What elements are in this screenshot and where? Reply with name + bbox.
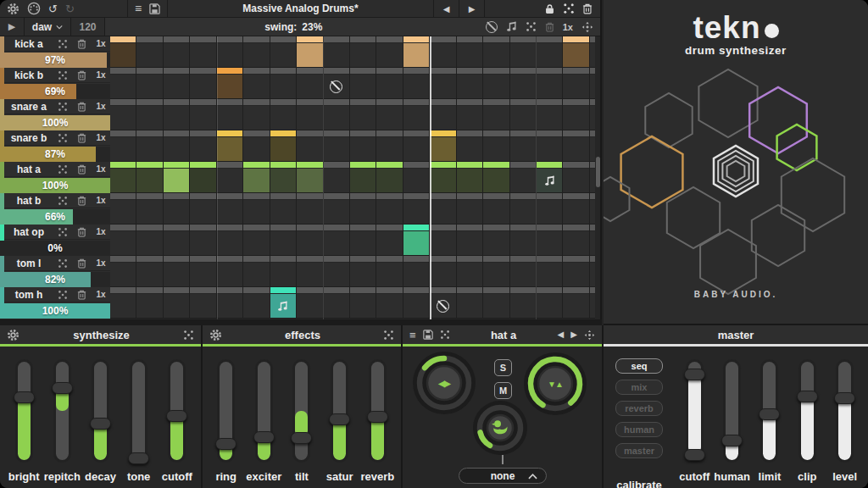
step[interactable] [324, 130, 350, 161]
step-cell[interactable] [164, 43, 189, 67]
step[interactable] [243, 99, 270, 130]
step-cell[interactable] [376, 106, 402, 130]
step[interactable] [350, 99, 376, 130]
step-cell[interactable] [430, 169, 455, 192]
step[interactable] [403, 162, 430, 192]
step-cell[interactable] [510, 106, 536, 130]
step-cell[interactable] [164, 200, 189, 224]
next-preset-button[interactable]: ▶ [459, 0, 484, 17]
step-cell[interactable] [136, 169, 162, 192]
step[interactable] [350, 193, 376, 224]
step-cell[interactable] [270, 106, 296, 130]
step[interactable] [270, 193, 297, 224]
step-cell[interactable] [270, 263, 296, 286]
step[interactable] [537, 162, 563, 192]
step-cell[interactable] [164, 169, 189, 192]
step[interactable] [350, 36, 376, 67]
step[interactable] [563, 36, 589, 67]
step[interactable] [510, 130, 537, 161]
step-cell[interactable] [243, 294, 269, 318]
step[interactable] [430, 68, 456, 98]
step-cell[interactable] [270, 43, 296, 67]
step-cell[interactable] [324, 106, 349, 130]
step-cell[interactable] [270, 75, 296, 98]
step-cell[interactable] [350, 106, 376, 130]
step[interactable] [243, 287, 270, 318]
step-cell[interactable] [217, 231, 242, 255]
step-cell[interactable] [563, 231, 588, 255]
step[interactable] [324, 68, 350, 98]
step-cell[interactable] [483, 106, 509, 130]
track-name[interactable]: kick b [4, 69, 53, 81]
step-cell[interactable] [190, 43, 215, 67]
step-cell[interactable] [457, 294, 482, 318]
mute-button[interactable]: M [494, 382, 512, 399]
step-cell[interactable] [403, 75, 429, 98]
step[interactable] [430, 256, 456, 286]
step-cell[interactable] [483, 75, 509, 98]
randomize-all-icon[interactable] [563, 3, 575, 14]
master-tab-seq[interactable]: seq [615, 358, 663, 374]
track-clear-icon[interactable] [72, 133, 91, 143]
step-cell[interactable] [563, 137, 588, 161]
step-cell[interactable] [430, 231, 455, 255]
preset-menu-icon[interactable]: ≡ [135, 3, 142, 14]
step[interactable] [297, 225, 323, 255]
step[interactable] [350, 256, 376, 286]
step-cell[interactable] [510, 43, 536, 67]
track-clear-icon[interactable] [72, 164, 91, 175]
step-cell[interactable] [430, 137, 455, 161]
master-tab-human[interactable]: human [615, 422, 663, 437]
slider-track[interactable] [798, 359, 816, 463]
step-cell[interactable] [430, 200, 455, 224]
slider-track[interactable] [686, 359, 704, 463]
step[interactable] [563, 130, 589, 161]
slider-thumb[interactable] [797, 391, 818, 402]
step-cell[interactable] [376, 200, 402, 224]
step[interactable] [270, 225, 297, 255]
step[interactable] [430, 99, 456, 130]
step[interactable] [350, 225, 376, 255]
channel-prev-button[interactable]: ◀ [558, 330, 565, 339]
synth-settings-gear-icon[interactable] [7, 329, 19, 341]
step-cell[interactable] [403, 231, 429, 255]
step[interactable] [217, 68, 243, 98]
step[interactable] [297, 130, 323, 161]
step-cell[interactable] [110, 43, 136, 67]
track-name[interactable]: tom l [4, 258, 53, 269]
step-cell[interactable] [483, 43, 509, 67]
track-rate-button[interactable]: 1x [91, 102, 111, 111]
step-cell[interactable] [403, 294, 429, 318]
step[interactable] [243, 162, 270, 192]
step[interactable] [164, 68, 190, 98]
step-cell[interactable] [483, 263, 509, 286]
master-tab-reverb[interactable]: reverb [615, 401, 663, 416]
step[interactable] [403, 193, 430, 224]
step-cell[interactable] [457, 43, 482, 67]
save-icon[interactable] [149, 3, 160, 14]
step-cell[interactable] [324, 200, 349, 224]
step[interactable] [297, 99, 323, 130]
step[interactable] [537, 193, 563, 224]
step-cell[interactable] [403, 200, 429, 224]
slider-thumb[interactable] [166, 410, 187, 422]
step[interactable] [110, 130, 136, 161]
track-clear-icon[interactable] [72, 102, 91, 112]
step[interactable] [403, 256, 430, 286]
step[interactable] [403, 225, 430, 255]
step-cell[interactable] [403, 137, 429, 161]
track-name[interactable]: snare b [4, 132, 53, 144]
step[interactable] [563, 99, 589, 130]
slider-track[interactable] [760, 359, 778, 463]
step-cell[interactable] [537, 200, 562, 224]
step[interactable] [483, 225, 509, 255]
step[interactable] [483, 162, 509, 192]
step-cell[interactable] [297, 200, 322, 224]
step-cell[interactable] [190, 231, 215, 255]
step-cell[interactable] [537, 294, 562, 318]
step-cell[interactable] [376, 294, 402, 318]
slider-track[interactable] [369, 359, 387, 463]
step-cell[interactable] [563, 263, 588, 286]
slider-thumb[interactable] [684, 369, 705, 380]
track-rate-button[interactable]: 1x [91, 227, 111, 236]
